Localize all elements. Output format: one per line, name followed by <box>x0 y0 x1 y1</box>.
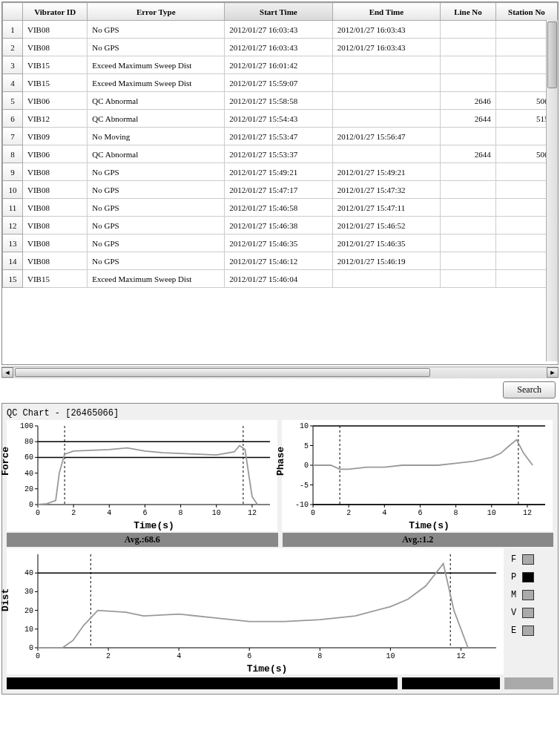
cell-end-time: 2012/01/27 16:03:43 <box>332 39 440 56</box>
cell-error-type: Exceed Maximum Sweep Dist <box>88 270 225 288</box>
svg-text:10: 10 <box>212 509 221 517</box>
scroll-left-button[interactable]: ◄ <box>1 367 13 378</box>
row-number: 2 <box>3 39 23 56</box>
row-number: 9 <box>3 163 23 181</box>
cell-line-no: 2644 <box>441 110 496 128</box>
table-row[interactable]: 1 VIB08 No GPS 2012/01/27 16:03:43 2012/… <box>3 21 558 39</box>
vertical-scrollbar[interactable] <box>546 20 558 361</box>
row-number: 6 <box>3 110 23 128</box>
cell-end-time <box>332 92 440 110</box>
legend-swatch <box>522 590 534 600</box>
cell-error-type: No GPS <box>88 39 225 56</box>
cell-error-type: QC Abnormal <box>88 145 225 163</box>
legend-item[interactable]: E <box>511 626 534 636</box>
table-row[interactable]: 7 VIB09 No Moving 2012/01/27 15:53:47 20… <box>3 128 558 145</box>
table-row[interactable]: 4 VIB15 Exceed Maximum Sweep Dist 2012/0… <box>3 74 558 92</box>
bottom-status-bars <box>7 677 553 689</box>
cell-error-type: QC Abnormal <box>88 110 225 128</box>
cell-error-type: No GPS <box>88 21 225 39</box>
cell-start-time: 2012/01/27 15:46:35 <box>225 234 332 252</box>
svg-text:2: 2 <box>346 509 351 517</box>
table-row[interactable]: 5 VIB06 QC Abnormal 2012/01/27 15:58:58 … <box>3 92 558 110</box>
table-row[interactable]: 10 VIB08 No GPS 2012/01/27 15:47:17 2012… <box>3 181 558 199</box>
table-row[interactable]: 2 VIB08 No GPS 2012/01/27 16:03:43 2012/… <box>3 39 558 56</box>
cell-line-no: 2646 <box>441 92 496 110</box>
legend-label: M <box>511 590 516 600</box>
cell-start-time: 2012/01/27 15:47:17 <box>225 181 332 199</box>
cell-error-type: No GPS <box>88 163 225 181</box>
avg-phase-label: Avg.:1.2 <box>283 533 554 547</box>
col-error-type[interactable]: Error Type <box>88 3 225 21</box>
svg-text:8: 8 <box>454 509 458 517</box>
cell-end-time <box>332 270 440 288</box>
row-number: 5 <box>3 92 23 110</box>
cell-end-time <box>332 74 440 92</box>
col-line-no[interactable]: Line No <box>441 3 496 21</box>
cell-end-time: 2012/01/27 16:03:43 <box>332 21 440 39</box>
svg-text:60: 60 <box>24 453 33 462</box>
svg-text:0: 0 <box>36 652 40 660</box>
y-axis-label: Force <box>0 447 11 476</box>
cell-vibrator-id: VIB08 <box>23 21 88 39</box>
table-row[interactable]: 14 VIB08 No GPS 2012/01/27 15:46:12 2012… <box>3 252 558 270</box>
cell-start-time: 2012/01/27 15:54:43 <box>225 110 332 128</box>
col-rownum[interactable] <box>3 3 23 21</box>
cell-start-time: 2012/01/27 15:46:12 <box>225 252 332 270</box>
cell-start-time: 2012/01/27 15:59:07 <box>225 74 332 92</box>
table-row[interactable]: 13 VIB08 No GPS 2012/01/27 15:46:35 2012… <box>3 234 558 252</box>
svg-text:10: 10 <box>300 422 309 430</box>
legend-item[interactable]: F <box>511 554 534 565</box>
scroll-thumb[interactable] <box>547 22 557 88</box>
row-number: 11 <box>3 199 23 217</box>
cell-line-no <box>441 21 496 39</box>
legend-item[interactable]: P <box>511 572 534 582</box>
svg-text:0: 0 <box>29 644 33 652</box>
col-vibrator-id[interactable]: Vibrator ID <box>23 3 88 21</box>
svg-text:12: 12 <box>523 509 532 517</box>
svg-text:2: 2 <box>106 652 111 660</box>
cell-start-time: 2012/01/27 15:49:21 <box>225 163 332 181</box>
cell-error-type: No GPS <box>88 252 225 270</box>
col-station-no[interactable]: Station No <box>495 3 557 21</box>
svg-text:100: 100 <box>20 422 33 430</box>
table-row[interactable]: 3 VIB15 Exceed Maximum Sweep Dist 2012/0… <box>3 56 558 74</box>
cell-start-time: 2012/01/27 15:53:37 <box>225 145 332 163</box>
svg-text:4: 4 <box>382 509 386 517</box>
scroll-right-button[interactable]: ► <box>547 367 559 378</box>
legend-swatch <box>522 554 534 565</box>
row-number: 13 <box>3 234 23 252</box>
search-button[interactable]: Search <box>503 381 556 398</box>
cell-error-type: No GPS <box>88 234 225 252</box>
cell-line-no <box>441 234 496 252</box>
table-row[interactable]: 15 VIB15 Exceed Maximum Sweep Dist 2012/… <box>3 270 558 288</box>
svg-text:80: 80 <box>24 438 33 446</box>
svg-text:0: 0 <box>29 501 33 509</box>
row-number: 3 <box>3 56 23 74</box>
cell-vibrator-id: VIB06 <box>23 145 88 163</box>
cell-vibrator-id: VIB08 <box>23 234 88 252</box>
col-start-time[interactable]: Start Time <box>225 3 332 21</box>
svg-text:0: 0 <box>36 509 40 517</box>
table-row[interactable]: 8 VIB06 QC Abnormal 2012/01/27 15:53:37 … <box>3 145 558 163</box>
cell-error-type: No GPS <box>88 217 225 234</box>
legend-item[interactable]: V <box>511 608 534 618</box>
row-number: 7 <box>3 128 23 145</box>
svg-text:40: 40 <box>24 569 33 577</box>
table-header: Vibrator ID Error Type Start Time End Ti… <box>3 3 558 21</box>
cell-end-time: 2012/01/27 15:46:52 <box>332 217 440 234</box>
cell-end-time: 2012/01/27 15:46:35 <box>332 234 440 252</box>
table-row[interactable]: 9 VIB08 No GPS 2012/01/27 15:49:21 2012/… <box>3 163 558 181</box>
table-row[interactable]: 6 VIB12 QC Abnormal 2012/01/27 15:54:43 … <box>3 110 558 128</box>
legend: FPMVE <box>508 548 537 674</box>
y-axis-label: Phase <box>275 447 286 476</box>
table-row[interactable]: 12 VIB08 No GPS 2012/01/27 15:46:38 2012… <box>3 217 558 234</box>
cell-start-time: 2012/01/27 16:03:43 <box>225 21 332 39</box>
qc-chart-panel: QC Chart - [26465066] Force0204060801000… <box>1 403 559 695</box>
cell-line-no <box>441 56 496 74</box>
svg-text:8: 8 <box>179 509 183 517</box>
horizontal-scrollbar[interactable]: ◄ ► <box>1 367 559 378</box>
col-end-time[interactable]: End Time <box>332 3 440 21</box>
hscroll-thumb[interactable] <box>15 368 430 377</box>
table-row[interactable]: 11 VIB08 No GPS 2012/01/27 15:46:58 2012… <box>3 199 558 217</box>
legend-item[interactable]: M <box>511 590 534 600</box>
